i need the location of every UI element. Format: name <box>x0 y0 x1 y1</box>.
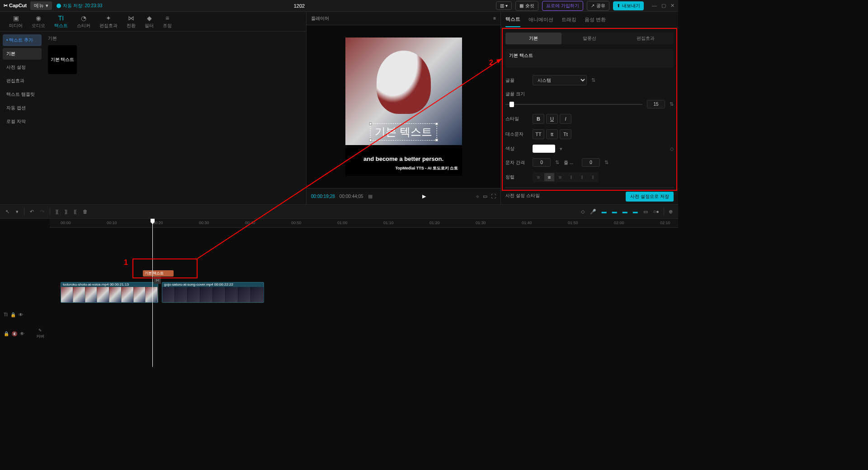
undo-button[interactable]: ↶ <box>29 208 35 216</box>
tab-transition[interactable]: ⋈전환 <box>122 14 140 29</box>
underline-button[interactable]: U <box>546 114 558 124</box>
save-preset-button[interactable]: 사전 설정으로 저장 <box>626 192 674 202</box>
lock-icon[interactable]: 🔒 <box>10 312 16 317</box>
minimize-button[interactable]: — <box>652 3 657 9</box>
tab-tracking[interactable]: 트래킹 <box>561 13 576 27</box>
shortcut-button[interactable]: ▦ 숏컷 <box>515 1 538 11</box>
sidebar-item-templates[interactable]: 텍스트 템플릿 <box>3 89 42 100</box>
align-right-button[interactable]: ≡ <box>555 173 565 181</box>
ratio-icon[interactable]: ▭ <box>483 193 487 199</box>
bold-button[interactable]: B <box>533 114 544 124</box>
text-overlay[interactable]: 기본 텍스트 <box>370 123 437 141</box>
pro-upgrade-button[interactable]: 프로에 가입하기 <box>542 1 583 11</box>
color-picker[interactable] <box>533 145 555 153</box>
tab-audio[interactable]: ◉오디오 <box>27 14 50 29</box>
align-v2-button[interactable]: ⦀ <box>577 173 587 181</box>
tab-adjust[interactable]: ≡조정 <box>158 14 176 29</box>
size-slider[interactable] <box>505 104 642 105</box>
zoom-fit-button[interactable]: ⊕ <box>668 208 674 216</box>
share-button[interactable]: ↗ 공유 <box>587 1 609 11</box>
menu-button[interactable]: 메뉴▾ <box>30 1 52 10</box>
subtab-effects[interactable]: 편집효과 <box>618 33 674 44</box>
player-menu-icon[interactable]: ≡ <box>493 16 496 21</box>
video-track[interactable]: todoroku-shoto-ai-voice.mp4 00:00:21:13 … <box>50 282 678 304</box>
tab-media[interactable]: ▣미디어 <box>5 14 27 29</box>
font-select[interactable]: 시스템 <box>533 75 587 85</box>
lock-icon[interactable]: 🔒 <box>4 331 9 336</box>
video-clip-2[interactable]: gojo-satoru-ai-song-cover.mp4 00:00:22:2… <box>162 282 264 303</box>
split-left-tool[interactable]: ]| <box>64 208 68 215</box>
keyframe-icon[interactable]: ◇ <box>670 146 674 152</box>
sidebar-add-text[interactable]: • 텍스트 추가 <box>3 34 42 46</box>
sidebar-item-captions[interactable]: 자동 캡션 <box>3 102 42 114</box>
mute-icon[interactable]: 🔇 <box>12 331 17 336</box>
play-button[interactable]: ▶ <box>422 193 426 199</box>
select-dropdown-icon[interactable]: ▾ <box>15 208 19 216</box>
timeline-ruler[interactable]: 00:00 00:10 00:20 00:30 00:40 00:50 01:0… <box>50 219 678 228</box>
color-dropdown-icon[interactable]: ▾ <box>560 146 562 152</box>
playhead[interactable] <box>152 219 153 367</box>
lowercase-button[interactable]: tt <box>546 129 558 139</box>
tl-btn5[interactable]: ▭ <box>642 208 649 216</box>
spacing-input[interactable] <box>533 158 551 167</box>
sidebar-item-effects[interactable]: 편집효과 <box>3 75 42 87</box>
tab-voice[interactable]: 음성 변환 <box>585 13 606 27</box>
eye-icon[interactable]: 👁 <box>20 331 24 336</box>
spacing-stepper-icon[interactable]: ⇅ <box>555 160 559 165</box>
titlecase-button[interactable]: Tt <box>560 129 571 139</box>
uppercase-button[interactable]: TT <box>533 129 544 139</box>
align-v1-button[interactable]: ⦀ <box>566 173 576 181</box>
tl-btn1[interactable]: ▬ <box>601 208 608 215</box>
select-tool[interactable]: ↖ <box>5 208 10 216</box>
subtab-bubble[interactable]: 말풍선 <box>561 33 618 44</box>
text-clip[interactable]: 기본 텍스트 <box>143 270 174 277</box>
magic-tool[interactable]: ◇ <box>580 208 585 216</box>
tab-text[interactable]: TI텍스트 <box>50 14 72 29</box>
mic-tool[interactable]: 🎤 <box>589 208 597 216</box>
sidebar-item-subtitles[interactable]: 로컬 자막 <box>3 116 42 127</box>
size-input[interactable] <box>647 100 665 108</box>
tl-btn4[interactable]: ▬ <box>632 208 639 215</box>
italic-button[interactable]: I <box>560 114 571 124</box>
size-stepper-icon[interactable]: ⇅ <box>670 101 674 107</box>
eye-icon[interactable]: 👁 <box>19 312 23 317</box>
align-left-button[interactable]: ≡ <box>533 173 543 181</box>
split-right-tool[interactable]: |[ <box>73 208 77 215</box>
tl-btn2[interactable]: ▬ <box>611 208 618 215</box>
maximize-button[interactable]: ▢ <box>661 3 666 9</box>
text-content-input[interactable]: 기본 텍스트 <box>505 49 674 68</box>
line-stepper-icon[interactable]: ⇅ <box>604 160 609 165</box>
export-button[interactable]: ⬆ 내보내기 <box>613 1 644 10</box>
redo-button[interactable]: ↷ <box>39 208 45 216</box>
layout-button[interactable]: ▥ ▾ <box>496 1 512 10</box>
snap-toggle[interactable]: ○● <box>652 208 660 215</box>
tab-sticker[interactable]: ◔스티커 <box>72 14 95 29</box>
align-center-button[interactable]: ≡ <box>544 173 554 181</box>
delete-tool[interactable]: 🗑 <box>82 208 89 215</box>
tab-effects[interactable]: ✦편집효과 <box>95 14 122 29</box>
video-clip-1[interactable]: todoroku-shoto-ai-voice.mp4 00:00:21:13 <box>61 282 158 303</box>
tab-text-props[interactable]: 텍스트 <box>505 12 520 27</box>
text-track[interactable]: 기본 텍스트 <box>50 268 678 279</box>
cover-button[interactable]: ✎ 커버 <box>34 326 46 341</box>
line-input[interactable] <box>582 158 600 167</box>
tl-btn3[interactable]: ▬ <box>622 208 628 215</box>
crop-icon[interactable]: ⟐ <box>476 193 479 199</box>
tab-filter[interactable]: ◆필터 <box>140 14 158 29</box>
align-v3-button[interactable]: ⦀ <box>588 173 598 181</box>
sidebar-item-basic[interactable]: 기본 <box>3 48 42 60</box>
subtab-basic[interactable]: 기본 <box>505 33 561 44</box>
font-label: 글꼴 <box>505 77 528 84</box>
project-name: 1202 <box>102 3 496 9</box>
text-preset-basic[interactable]: 기본 텍스트 <box>48 45 77 74</box>
sidebar-item-presets[interactable]: 사전 설정 <box>3 61 42 73</box>
timeline[interactable]: 00:00 00:10 00:20 00:30 00:40 00:50 01:0… <box>0 219 678 367</box>
player-viewport[interactable]: 기본 텍스트 and become a better person. TopMe… <box>307 25 500 188</box>
transition-marker[interactable]: ⋈ <box>154 277 161 284</box>
close-button[interactable]: ✕ <box>670 3 675 9</box>
tab-animation[interactable]: 애니메이션 <box>528 13 553 27</box>
fullscreen-icon[interactable]: ⛶ <box>491 193 496 199</box>
split-tool[interactable]: ][ <box>55 208 59 215</box>
font-stepper-icon[interactable]: ⇅ <box>591 77 595 83</box>
frame-grid-icon[interactable]: ▦ <box>368 193 373 199</box>
